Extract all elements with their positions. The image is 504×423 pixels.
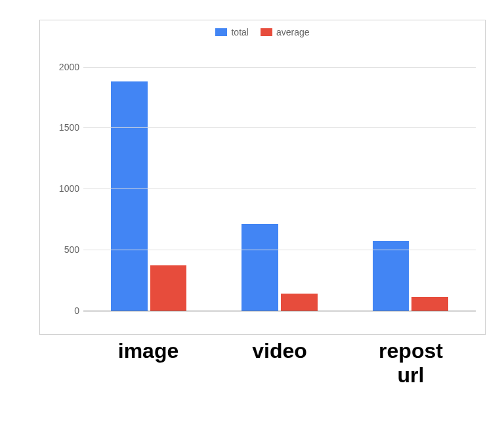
plot-area: 0500100015002000 (83, 55, 476, 311)
bar-group-repost-url (345, 55, 476, 311)
bar-group-video (214, 55, 345, 311)
x-label-video: video (214, 339, 345, 388)
legend-swatch-total (215, 28, 227, 36)
legend-swatch-average (261, 28, 272, 36)
bar-average-video (281, 294, 318, 311)
x-axis-labels: image video repost url (83, 339, 476, 388)
gridline-2000 (83, 67, 476, 68)
bar-total-image (111, 81, 148, 311)
y-tick-1000: 1000 (51, 183, 79, 194)
chart-frame: total average 0500100015002000 (39, 20, 486, 335)
legend-item-total: total (215, 27, 248, 37)
x-label-image: image (83, 339, 214, 388)
legend: total average (40, 27, 485, 37)
y-tick-1500: 1500 (51, 122, 79, 133)
bar-average-image (150, 265, 187, 311)
y-tick-0: 0 (51, 305, 79, 316)
gridline-500 (83, 250, 476, 250)
y-tick-2000: 2000 (51, 62, 79, 72)
bar-total-video (242, 224, 278, 311)
bar-group-image (83, 55, 214, 311)
gridline-1000 (83, 189, 476, 189)
y-tick-500: 500 (51, 244, 79, 255)
bar-total-repost-url (373, 241, 410, 311)
bar-average-repost-url (411, 297, 448, 311)
legend-label-total: total (231, 27, 248, 37)
legend-item-average: average (261, 27, 310, 37)
bar-groups (83, 55, 476, 311)
gridline-0 (83, 311, 476, 311)
legend-label-average: average (276, 27, 310, 37)
x-label-repost-url: repost url (345, 339, 476, 388)
gridline-1500 (83, 127, 476, 128)
